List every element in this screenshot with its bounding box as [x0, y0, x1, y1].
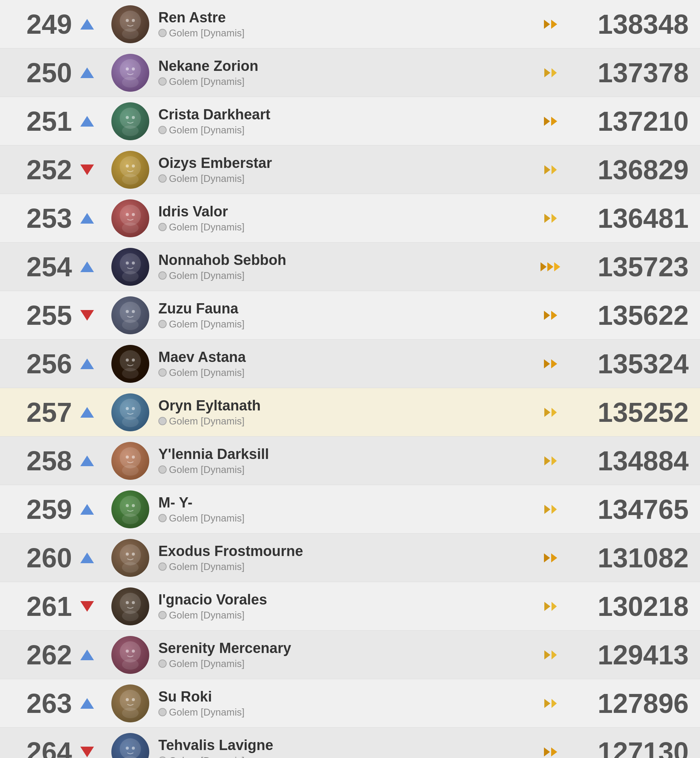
- player-server: Golem [Dynamis]: [158, 512, 518, 524]
- leaderboard-row[interactable]: 264 Tehvalis Lavigne Golem [Dynamis]: [0, 728, 700, 758]
- rank-number: 251: [11, 106, 72, 137]
- svg-point-50: [126, 601, 129, 604]
- player-name: Zuzu Fauna: [158, 301, 518, 317]
- score-value: 138348: [583, 9, 689, 40]
- avatar-image: [111, 248, 149, 286]
- leaderboard-row[interactable]: 263 Su Roki Golem [Dynamis]: [0, 679, 700, 728]
- job-badge-single: [544, 68, 557, 77]
- score-value: 135324: [583, 348, 689, 379]
- svg-point-10: [126, 116, 129, 119]
- avatar: [111, 248, 149, 286]
- svg-point-63: [132, 747, 135, 750]
- job-badge-double: [544, 20, 557, 29]
- player-info: Su Roki Golem [Dynamis]: [158, 689, 518, 718]
- leaderboard-row[interactable]: 259 M- Y- Golem [Dynamis] 1: [0, 485, 700, 534]
- leaderboard-row[interactable]: 252 Oizys Emberstar Golem [Dynamis]: [0, 146, 700, 194]
- player-name: Tehvalis Lavigne: [158, 737, 518, 753]
- leaderboard-row[interactable]: 262 Serenity Mercenary Golem [Dynamis]: [0, 631, 700, 679]
- server-icon: [158, 223, 167, 231]
- player-name: Idris Valor: [158, 204, 518, 220]
- arrow-up-icon: [80, 262, 94, 272]
- rank-number: 262: [11, 639, 72, 670]
- player-info: Nekane Zorion Golem [Dynamis]: [158, 58, 518, 88]
- svg-point-55: [132, 650, 135, 653]
- score-value: 137210: [583, 106, 689, 137]
- job-icon-container: [533, 311, 567, 320]
- player-info: Nonnahob Sebboh Golem [Dynamis]: [158, 252, 518, 282]
- job-badge-double: [544, 553, 557, 562]
- player-server: Golem [Dynamis]: [158, 124, 518, 136]
- rank-number: 258: [11, 445, 72, 476]
- arrow-up-icon: [80, 650, 94, 660]
- leaderboard-row[interactable]: 257 Oryn Eyltanath Golem [Dynamis]: [0, 388, 700, 437]
- job-badge-single: [544, 456, 557, 465]
- arrow-up-icon: [80, 359, 94, 369]
- avatar-image: [111, 733, 149, 758]
- job-badge-double: [544, 311, 557, 320]
- avatar-image: [111, 345, 149, 383]
- player-server: Golem [Dynamis]: [158, 76, 518, 88]
- svg-point-59: [132, 698, 135, 701]
- svg-point-2: [126, 19, 129, 22]
- player-server: Golem [Dynamis]: [158, 173, 518, 185]
- leaderboard-row[interactable]: 254 Nonnahob Sebboh Golem [Dynamis]: [0, 243, 700, 291]
- rank-number: 263: [11, 688, 72, 719]
- trend-arrow: [76, 310, 98, 321]
- arrow-up-icon: [80, 553, 94, 563]
- job-icon-container: [533, 359, 567, 368]
- svg-point-60: [120, 738, 141, 758]
- leaderboard: 249 Ren Astre Golem [Dynamis]: [0, 0, 700, 758]
- svg-point-57: [122, 708, 139, 718]
- arrow-down-icon: [80, 747, 94, 757]
- avatar-image: [111, 684, 149, 722]
- player-name: Maev Astana: [158, 349, 518, 365]
- avatar-image: [111, 539, 149, 577]
- job-icon-container: [533, 20, 567, 29]
- server-icon: [158, 514, 167, 522]
- svg-point-46: [126, 553, 129, 556]
- leaderboard-row[interactable]: 255 Zuzu Fauna Golem [Dynamis]: [0, 291, 700, 340]
- leaderboard-row[interactable]: 258 Y'lennia Darksill Golem [Dynamis]: [0, 437, 700, 485]
- score-value: 127896: [583, 688, 689, 719]
- player-name: M- Y-: [158, 495, 518, 511]
- avatar: [111, 393, 149, 431]
- trend-arrow: [76, 359, 98, 369]
- rank-number: 259: [11, 494, 72, 525]
- job-badge-single: [544, 699, 557, 708]
- player-info: Idris Valor Golem [Dynamis]: [158, 204, 518, 233]
- score-value: 127130: [583, 736, 689, 758]
- svg-point-39: [132, 456, 135, 459]
- player-info: Y'lennia Darksill Golem [Dynamis]: [158, 446, 518, 476]
- svg-point-19: [132, 213, 135, 216]
- avatar-image: [111, 5, 149, 43]
- player-name: Nekane Zorion: [158, 58, 518, 74]
- leaderboard-row[interactable]: 260 Exodus Frostmourne Golem [Dynamis]: [0, 534, 700, 582]
- job-icon-container: [533, 165, 567, 174]
- rank-number: 264: [11, 736, 72, 758]
- leaderboard-row[interactable]: 256 Maev Astana Golem [Dynamis]: [0, 340, 700, 388]
- rank-number: 261: [11, 591, 72, 622]
- score-value: 129413: [583, 639, 689, 670]
- avatar: [111, 151, 149, 189]
- svg-point-31: [132, 359, 135, 362]
- leaderboard-row[interactable]: 251 Crista Darkheart Golem [Dynamis]: [0, 97, 700, 146]
- svg-point-42: [126, 504, 129, 507]
- player-name: Exodus Frostmourne: [158, 543, 518, 559]
- rank-number: 249: [11, 9, 72, 40]
- rank-number: 255: [11, 300, 72, 331]
- leaderboard-row[interactable]: 250 Nekane Zorion Golem [Dynamis]: [0, 49, 700, 97]
- leaderboard-row[interactable]: 249 Ren Astre Golem [Dynamis]: [0, 0, 700, 49]
- trend-arrow: [76, 553, 98, 563]
- svg-point-51: [132, 601, 135, 604]
- job-badge-double: [544, 747, 557, 756]
- avatar-image: [111, 490, 149, 528]
- svg-point-30: [126, 359, 129, 362]
- job-icon-container: [533, 68, 567, 77]
- leaderboard-row[interactable]: 261 I'gnacio Vorales Golem [Dynamis]: [0, 582, 700, 631]
- svg-point-14: [126, 164, 129, 168]
- player-server: Golem [Dynamis]: [158, 609, 518, 621]
- score-value: 135252: [583, 397, 689, 428]
- avatar-image: [111, 199, 149, 237]
- leaderboard-row[interactable]: 253 Idris Valor Golem [Dynamis]: [0, 194, 700, 243]
- job-icon-container: [533, 747, 567, 756]
